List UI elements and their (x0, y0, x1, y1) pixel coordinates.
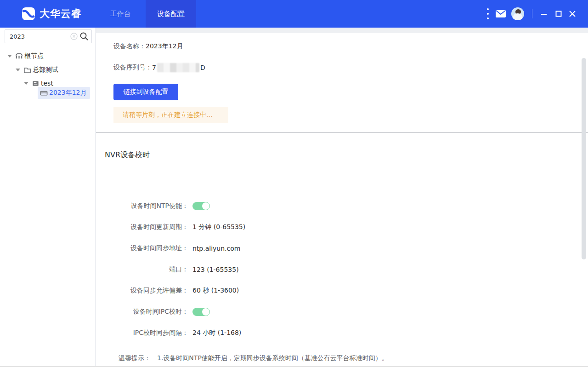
window-bottom-edge (0, 366, 588, 367)
nvr-timing-panel: NVR设备校时 设备时间NTP使能： 设备时间更新周期： 1 分钟 (0-655… (96, 132, 588, 367)
device-sn-redacted (157, 63, 199, 72)
connecting-alert: 请稍等片刻，正在建立连接中... (113, 107, 228, 123)
brand: 大华云睿 (21, 0, 82, 28)
app-header: 大华云睿 工作台 设备配置 (0, 0, 588, 28)
device-info-panel: 设备名称： 2023年12月 设备序列号： 7 D 链接到设备配置 请稍等片刻，… (96, 33, 588, 132)
window-maximize-button[interactable] (552, 0, 565, 28)
search-input[interactable] (5, 33, 70, 40)
tree-node-label: 根节点 (24, 52, 44, 60)
window-minimize-button[interactable] (537, 0, 551, 28)
field-update-period: 设备时间更新周期： 1 分钟 (0-65535) (96, 223, 418, 232)
device-sn-suffix: D (200, 64, 205, 71)
mail-icon[interactable] (495, 10, 506, 18)
nvr-icon (40, 89, 48, 97)
more-menu-icon[interactable] (485, 8, 491, 19)
field-value: 60 秒 (1-3600) (192, 287, 239, 295)
window-close-button[interactable] (565, 0, 579, 28)
field-sync-address: 设备时间同步地址： ntp.aliyun.com (96, 244, 418, 253)
caret-down-icon[interactable] (7, 55, 12, 58)
field-label: 设备时间更新周期： (103, 223, 188, 231)
field-label: 设备同步允许偏差： (103, 287, 188, 295)
device-sn-row: 设备序列号： 7 D (113, 63, 205, 72)
tab-device-config[interactable]: 设备配置 (146, 0, 196, 28)
device-name-value: 2023年12月 (146, 42, 183, 51)
device-sn-label: 设备序列号： (113, 63, 152, 72)
field-value: ntp.aliyun.com (192, 245, 240, 252)
device-name-label: 设备名称： (113, 42, 146, 51)
tab-workbench[interactable]: 工作台 (95, 0, 146, 28)
tree-node-root[interactable]: 根节点 (7, 50, 44, 62)
tree-node-label: 总部测试 (33, 66, 58, 74)
device-tree-sidebar: 根节点 总部测试 test (0, 28, 96, 367)
brand-name: 大华云睿 (40, 7, 82, 21)
section-title: NVR设备校时 (105, 150, 150, 160)
field-value: 1 分钟 (0-65535) (192, 223, 245, 231)
tips-label: 温馨提示： (119, 354, 151, 362)
connecting-alert-text: 请稍等片刻，正在建立连接中... (123, 111, 212, 119)
field-label: IPC校时同步间隔： (103, 329, 188, 337)
field-ipc-interval: IPC校时同步间隔： 24 小时 (1-168) (96, 328, 418, 338)
field-port: 端口： 123 (1-65535) (96, 265, 418, 274)
device-icon (32, 80, 40, 87)
field-label: 端口： (103, 265, 188, 274)
field-label: 设备时间NTP使能： (103, 202, 188, 210)
search-icon[interactable] (79, 32, 89, 41)
caret-down-icon[interactable] (24, 82, 28, 85)
tips-line-1: 1.设备时间NTP使能开启，定期同步设备系统时间（基准公有云平台标准时间）。 (157, 354, 388, 362)
field-value: 24 小时 (1-168) (192, 329, 241, 337)
field-value: 123 (1-65535) (192, 266, 239, 273)
folder-icon (23, 66, 31, 74)
field-ipc-timing: 设备时间IPC校时： (96, 307, 418, 316)
tree-node-org[interactable]: 总部测试 (16, 64, 58, 76)
field-label: 设备时间同步地址： (103, 244, 188, 253)
tree-node-label: 2023年12月 (49, 89, 86, 97)
ntp-enable-toggle[interactable] (192, 202, 210, 210)
ipc-timing-toggle[interactable] (192, 308, 210, 316)
device-name-row: 设备名称： 2023年12月 (113, 42, 183, 51)
app-window: 大华云睿 工作台 设备配置 (0, 0, 588, 368)
root-node-icon (15, 52, 23, 60)
main-content: 设备名称： 2023年12月 设备序列号： 7 D 链接到设备配置 请稍等片刻，… (96, 28, 588, 367)
user-avatar[interactable] (511, 7, 524, 20)
field-allowed-deviation: 设备同步允许偏差： 60 秒 (1-3600) (96, 286, 418, 295)
header-divider (532, 9, 532, 18)
device-search-box (5, 29, 92, 43)
device-sn-prefix: 7 (152, 64, 156, 71)
dahua-logo-icon (21, 6, 36, 21)
vertical-scrollbar[interactable] (582, 58, 586, 259)
caret-down-icon[interactable] (16, 69, 20, 71)
connect-device-config-button[interactable]: 链接到设备配置 (113, 84, 178, 100)
clear-search-icon[interactable] (70, 33, 78, 40)
field-label: 设备时间IPC校时： (103, 308, 188, 316)
tree-node-selected-device[interactable]: 2023年12月 (38, 87, 90, 99)
field-ntp-enable: 设备时间NTP使能： (96, 201, 418, 211)
tree-node-label: test (41, 80, 53, 87)
